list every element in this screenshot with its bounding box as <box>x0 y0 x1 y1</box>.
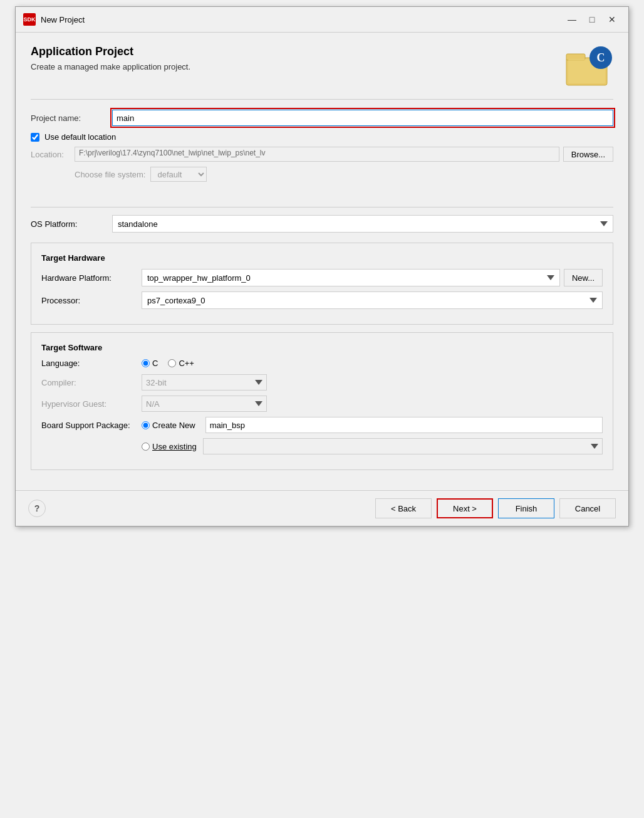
new-hw-button[interactable]: New... <box>564 269 603 286</box>
target-software-title: Target Software <box>41 343 603 352</box>
title-controls: — □ ✕ <box>563 12 621 27</box>
use-default-location-row: Use default location <box>31 132 613 142</box>
main-content: Application Project Create a managed mak… <box>16 33 628 490</box>
language-row: Language: C C++ <box>41 359 603 368</box>
bsp-create-new-radio[interactable] <box>142 421 150 429</box>
bsp-existing-row: Use existing <box>41 438 603 454</box>
bsp-create-new-label: Create New <box>152 421 195 430</box>
project-name-label: Project name: <box>31 113 112 123</box>
maximize-button[interactable]: □ <box>583 12 601 27</box>
language-cpp-option[interactable]: C++ <box>168 359 194 368</box>
compiler-select[interactable]: 32-bit <box>142 374 267 391</box>
bsp-create-new-option[interactable]: Create New <box>142 421 195 430</box>
filesystem-select[interactable]: default <box>150 167 207 182</box>
bsp-use-existing-option[interactable]: Use existing <box>142 442 197 451</box>
footer-left: ? <box>28 500 46 517</box>
target-hardware-title: Target Hardware <box>41 253 603 263</box>
hypervisor-row: Hypervisor Guest: N/A <box>41 396 603 412</box>
use-default-location-checkbox[interactable] <box>31 133 39 142</box>
hw-platform-label: Hardware Platform: <box>41 273 142 283</box>
target-hardware-section: Target Hardware Hardware Platform: top_w… <box>31 243 613 325</box>
new-project-window: SDK New Project — □ ✕ Application Projec… <box>15 6 629 527</box>
header-text: Application Project Create a managed mak… <box>31 45 190 71</box>
location-row: Location: F:\prj\verilog\17.4\zynq7100\n… <box>31 147 613 162</box>
browse-button[interactable]: Browse... <box>563 147 613 162</box>
location-label: Location: <box>31 150 75 159</box>
bsp-use-existing-radio[interactable] <box>142 443 150 451</box>
page-subtitle: Create a managed make application projec… <box>31 62 190 71</box>
close-button[interactable]: ✕ <box>603 12 621 27</box>
filesystem-label: Choose file system: <box>75 170 145 179</box>
minimize-button[interactable]: — <box>563 12 581 27</box>
window-title: New Project <box>41 15 85 24</box>
svg-text:C: C <box>597 51 605 64</box>
language-c-radio[interactable] <box>142 359 150 367</box>
help-button[interactable]: ? <box>28 500 46 517</box>
title-bar-left: SDK New Project <box>23 13 85 26</box>
hypervisor-label: Hypervisor Guest: <box>41 399 142 409</box>
os-platform-label: OS Platform: <box>31 219 112 229</box>
bsp-label: Board Support Package: <box>41 421 142 430</box>
bsp-use-existing-label: Use existing <box>152 442 197 451</box>
project-name-section: Project name: Use default location Locat… <box>31 100 613 199</box>
header-icon: C <box>563 45 613 89</box>
hw-platform-select[interactable]: top_wrapper_hw_platform_0 <box>142 269 560 286</box>
target-software-section: Target Software Language: C C++ Com <box>31 332 613 470</box>
finish-button[interactable]: Finish <box>498 498 554 518</box>
processor-select[interactable]: ps7_cortexa9_0 <box>142 291 603 309</box>
compiler-label: Compiler: <box>41 378 142 387</box>
processor-label: Processor: <box>41 296 142 305</box>
project-name-input[interactable] <box>112 110 613 126</box>
next-button[interactable]: Next > <box>437 498 493 518</box>
bsp-row: Board Support Package: Create New <box>41 417 603 433</box>
filesystem-row: Choose file system: default <box>31 167 613 182</box>
sdk-icon: SDK <box>23 13 36 26</box>
os-platform-row: OS Platform: standalone <box>31 215 613 233</box>
cancel-button[interactable]: Cancel <box>559 498 616 518</box>
page-title: Application Project <box>31 45 190 58</box>
bsp-name-input[interactable] <box>205 417 603 433</box>
project-name-row: Project name: <box>31 110 613 126</box>
bsp-existing-select[interactable] <box>203 438 603 454</box>
back-button[interactable]: < Back <box>375 498 432 518</box>
language-cpp-label: C++ <box>179 359 194 368</box>
language-c-option[interactable]: C <box>142 359 158 368</box>
language-radio-group: C C++ <box>142 359 194 368</box>
language-cpp-radio[interactable] <box>168 359 176 367</box>
footer: ? < Back Next > Finish Cancel <box>16 490 628 526</box>
hw-platform-row: Hardware Platform: top_wrapper_hw_platfo… <box>41 269 603 286</box>
bsp-create-new-group: Create New <box>142 417 603 433</box>
language-c-label: C <box>152 359 158 368</box>
hypervisor-select[interactable]: N/A <box>142 396 267 412</box>
compiler-row: Compiler: 32-bit <box>41 374 603 391</box>
location-value: F:\prj\verilog\17.4\zynq7100\net_lwip\ne… <box>75 147 559 162</box>
language-label: Language: <box>41 359 142 368</box>
title-bar: SDK New Project — □ ✕ <box>16 7 628 33</box>
header-section: Application Project Create a managed mak… <box>31 45 613 100</box>
use-default-location-label: Use default location <box>44 132 116 142</box>
processor-row: Processor: ps7_cortexa9_0 <box>41 291 603 309</box>
os-platform-select[interactable]: standalone <box>112 215 613 233</box>
footer-right: < Back Next > Finish Cancel <box>375 498 616 518</box>
